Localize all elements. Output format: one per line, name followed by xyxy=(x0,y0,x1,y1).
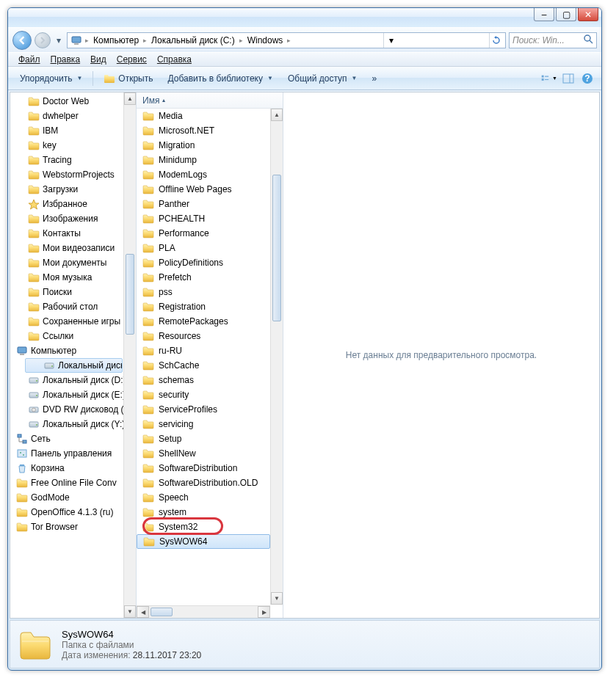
search-input[interactable]: Поиск: Win... xyxy=(509,32,597,48)
crumb-computer[interactable]: Компьютер xyxy=(90,35,142,45)
file-row[interactable]: Minidump xyxy=(137,153,270,167)
tree-item[interactable]: WebstormProjects xyxy=(10,167,136,182)
file-row[interactable]: pss xyxy=(137,285,270,299)
tree-item[interactable]: Локальный диск (E:) xyxy=(10,387,136,402)
file-row[interactable]: SysWOW64 xyxy=(137,534,270,549)
tree-item[interactable]: Сохраненные игры xyxy=(10,314,136,329)
share-button[interactable]: Общий доступ▼ xyxy=(282,70,363,87)
tree-item[interactable]: OpenOffice 4.1.3 (ru) xyxy=(10,505,136,520)
file-row[interactable]: ShellNew xyxy=(137,446,270,461)
add-to-library-button[interactable]: Добавить в библиотеку▼ xyxy=(162,70,278,87)
tree-item[interactable]: Локальный диск (C:) xyxy=(25,358,123,373)
scroll-thumb[interactable] xyxy=(126,254,134,335)
file-row[interactable]: SoftwareDistribution.OLD xyxy=(137,475,270,490)
tree-item[interactable]: IBM xyxy=(10,123,136,138)
tree-scrollbar[interactable]: ▲ ▼ xyxy=(123,92,136,618)
refresh-button[interactable] xyxy=(489,33,504,48)
preview-pane-toggle[interactable] xyxy=(560,70,576,87)
file-row[interactable]: PCHEALTH xyxy=(137,211,270,226)
file-row[interactable]: Panther xyxy=(137,197,270,211)
tree-item[interactable]: Корзина xyxy=(10,461,136,475)
navigation-tree[interactable]: Doctor WebdwhelperIBMkeyTracingWebstormP… xyxy=(10,92,137,618)
scroll-down-button[interactable]: ▼ xyxy=(271,592,283,605)
nav-forward-button[interactable] xyxy=(35,32,51,48)
tree-item[interactable]: Компьютер xyxy=(10,343,136,358)
file-row[interactable]: servicing xyxy=(137,417,270,431)
titlebar[interactable]: – ▢ ✕ xyxy=(8,8,601,27)
file-scrollbar-vertical[interactable]: ▲ ▼ xyxy=(270,109,283,605)
tree-item[interactable]: Ссылки xyxy=(10,329,136,343)
scroll-right-button[interactable]: ▶ xyxy=(258,606,270,618)
tree-item[interactable]: Локальный диск (Y:) xyxy=(10,417,136,431)
tree-item[interactable]: Загрузки xyxy=(10,182,136,197)
tree-item[interactable]: Мои документы xyxy=(10,255,136,270)
menu-help[interactable]: Справка xyxy=(153,53,196,66)
open-button[interactable]: Открыть xyxy=(98,70,159,87)
help-button[interactable]: ? xyxy=(579,70,595,87)
tree-item[interactable]: Tor Browser xyxy=(10,520,136,534)
file-row[interactable]: Setup xyxy=(137,431,270,446)
address-bar[interactable]: ▸ Компьютер ▸ Локальный диск (C:) ▸ Wind… xyxy=(67,32,506,48)
nav-back-button[interactable] xyxy=(12,31,32,50)
menu-view[interactable]: Вид xyxy=(86,53,111,66)
organize-button[interactable]: Упорядочить▼ xyxy=(14,70,88,87)
file-scrollbar-horizontal[interactable]: ◀ ▶ xyxy=(137,605,270,618)
tree-item[interactable]: GodMode xyxy=(10,490,136,505)
scroll-thumb[interactable] xyxy=(272,175,281,321)
close-button[interactable]: ✕ xyxy=(578,8,598,21)
tree-item[interactable]: Моя музыка xyxy=(10,270,136,285)
tree-item[interactable]: Изображения xyxy=(10,211,136,226)
file-row[interactable]: Registration xyxy=(137,299,270,314)
file-row[interactable]: SoftwareDistribution xyxy=(137,461,270,475)
tree-item[interactable]: Сеть xyxy=(10,431,136,446)
file-row[interactable]: Media xyxy=(137,109,270,123)
tree-item[interactable]: Избранное xyxy=(10,197,136,211)
tree-item[interactable]: key xyxy=(10,138,136,153)
scroll-up-button[interactable]: ▲ xyxy=(271,109,283,121)
tree-item[interactable]: DVD RW дисковод (F:) xyxy=(10,402,136,417)
maximize-button[interactable]: ▢ xyxy=(556,8,576,21)
crumb-drive-c[interactable]: Локальный диск (C:) xyxy=(148,35,238,45)
file-row[interactable]: System32 xyxy=(137,520,270,534)
file-row[interactable]: Speech xyxy=(137,490,270,505)
file-row[interactable]: Prefetch xyxy=(137,270,270,285)
menu-file[interactable]: Файл xyxy=(14,53,45,66)
scroll-left-button[interactable]: ◀ xyxy=(137,606,149,618)
file-row[interactable]: SchCache xyxy=(137,358,270,373)
file-row[interactable]: ru-RU xyxy=(137,343,270,358)
address-dropdown[interactable]: ▾ xyxy=(383,33,398,48)
file-row[interactable]: schemas xyxy=(137,373,270,387)
crumb-windows[interactable]: Windows xyxy=(244,35,286,45)
view-options-button[interactable]: ▼ xyxy=(541,70,557,87)
file-row[interactable]: ModemLogs xyxy=(137,167,270,182)
tree-item[interactable]: Локальный диск (D:) xyxy=(10,373,136,387)
minimize-button[interactable]: – xyxy=(534,8,554,21)
tree-item[interactable]: Рабочий стол xyxy=(10,299,136,314)
scroll-thumb[interactable] xyxy=(151,608,173,616)
column-header-name[interactable]: Имя▴ xyxy=(137,92,283,109)
tree-item[interactable]: dwhelper xyxy=(10,109,136,123)
scroll-up-button[interactable]: ▲ xyxy=(124,92,136,105)
file-row[interactable]: ServiceProfiles xyxy=(137,402,270,417)
file-row[interactable]: PolicyDefinitions xyxy=(137,255,270,270)
toolbar-overflow-button[interactable]: » xyxy=(366,70,383,87)
file-row[interactable]: Resources xyxy=(137,329,270,343)
file-row[interactable]: system xyxy=(137,505,270,520)
file-row[interactable]: Performance xyxy=(137,226,270,241)
tree-item[interactable]: Поиски xyxy=(10,285,136,299)
file-list[interactable]: MediaMicrosoft.NETMigrationMinidumpModem… xyxy=(137,109,270,605)
tree-item[interactable]: Панель управления xyxy=(10,446,136,461)
tree-item[interactable]: Мои видеозаписи xyxy=(10,241,136,255)
tree-item[interactable]: Doctor Web xyxy=(10,94,136,109)
file-row[interactable]: Microsoft.NET xyxy=(137,123,270,138)
file-row[interactable]: RemotePackages xyxy=(137,314,270,329)
menu-tools[interactable]: Сервис xyxy=(112,53,151,66)
tree-item[interactable]: Tracing xyxy=(10,153,136,167)
file-row[interactable]: PLA xyxy=(137,241,270,255)
scroll-down-button[interactable]: ▼ xyxy=(124,605,136,618)
tree-item[interactable]: Free Online File Conv xyxy=(10,475,136,490)
file-row[interactable]: Offline Web Pages xyxy=(137,182,270,197)
file-row[interactable]: Migration xyxy=(137,138,270,153)
nav-history-dropdown[interactable]: ▾ xyxy=(54,35,64,45)
tree-item[interactable]: Контакты xyxy=(10,226,136,241)
